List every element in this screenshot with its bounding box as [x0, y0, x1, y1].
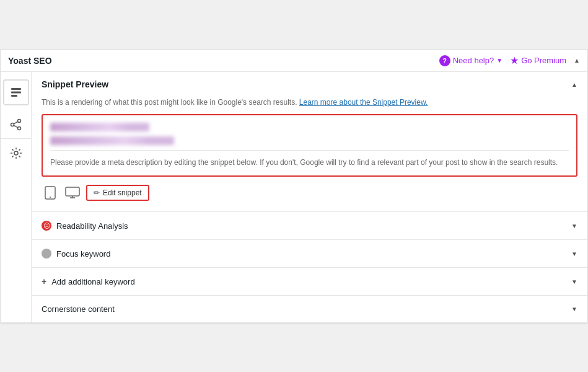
yoast-seo-panel: Yoast SEO ? Need help? ▼ ★ Go Premium ▲ — [0, 49, 588, 323]
main-content: Snippet Preview ▲ This is a rendering of… — [32, 72, 587, 322]
need-help-label: Need help? — [453, 56, 494, 65]
svg-rect-1 — [11, 92, 21, 94]
svg-point-10 — [50, 197, 51, 198]
svg-point-4 — [11, 123, 14, 126]
svg-line-6 — [14, 122, 18, 124]
add-keyword-label: Add additional keyword — [51, 277, 134, 286]
add-keyword-left: + Add additional keyword — [42, 277, 135, 286]
readability-status-icon: ☹ — [42, 221, 51, 231]
readability-arrow: ▼ — [571, 223, 577, 229]
cornerstone-section[interactable]: Cornerstone content ▼ — [32, 296, 587, 322]
settings-sidebar-icon[interactable] — [1, 139, 32, 167]
readability-label: Readability Analysis — [56, 221, 128, 231]
add-keyword-arrow: ▼ — [571, 278, 577, 285]
add-keyword-section[interactable]: + Add additional keyword ▼ — [32, 268, 587, 296]
go-premium-label: Go Premium — [521, 56, 566, 65]
snippet-preview-box: Please provide a meta description by edi… — [42, 114, 577, 177]
svg-line-7 — [14, 125, 18, 128]
focus-keyword-status-icon — [42, 249, 51, 259]
snippet-preview-section: Snippet Preview ▲ This is a rendering of… — [32, 72, 587, 212]
need-help-link[interactable]: ? Need help? ▼ — [439, 55, 502, 66]
svg-rect-11 — [66, 187, 79, 196]
edit-snippet-label: Edit snippet — [103, 188, 142, 197]
mobile-icon[interactable] — [42, 184, 59, 202]
share-sidebar-icon[interactable] — [1, 110, 32, 139]
edit-snippet-button[interactable]: ✏ Edit snippet — [86, 185, 149, 201]
svg-point-5 — [17, 126, 20, 130]
snippet-description: This is a rendering of what this post mi… — [42, 97, 577, 108]
cornerstone-label: Cornerstone content — [42, 304, 115, 314]
help-icon: ? — [439, 55, 450, 66]
snippet-preview-collapse-arrow[interactable]: ▲ — [571, 81, 577, 88]
cornerstone-left: Cornerstone content — [42, 304, 115, 314]
panel-header: Yoast SEO ? Need help? ▼ ★ Go Premium ▲ — [1, 50, 587, 72]
cornerstone-arrow: ▼ — [571, 306, 577, 312]
svg-point-8 — [14, 151, 18, 155]
svg-rect-0 — [11, 88, 21, 90]
blurred-url-line — [50, 136, 174, 145]
plus-icon: + — [42, 277, 46, 286]
snippet-preview-title: Snippet Preview — [42, 79, 108, 89]
panel-body: Snippet Preview ▲ This is a rendering of… — [1, 72, 587, 322]
snippet-preview-content: This is a rendering of what this post mi… — [32, 97, 587, 211]
go-premium-link[interactable]: ★ Go Premium — [510, 55, 566, 66]
header-right: ? Need help? ▼ ★ Go Premium ▲ — [439, 55, 580, 66]
meta-description-note: Please provide a meta description by edi… — [50, 150, 569, 168]
learn-more-link[interactable]: Learn more about the Snippet Preview. — [299, 98, 428, 107]
star-icon: ★ — [510, 55, 519, 66]
chevron-down-icon: ▼ — [496, 57, 502, 64]
focus-keyword-label: Focus keyword — [56, 249, 110, 259]
snippet-actions: ✏ Edit snippet — [42, 184, 577, 202]
sidebar — [1, 72, 32, 322]
readability-section[interactable]: ☹ Readability Analysis ▼ — [32, 212, 587, 240]
seo-sidebar-icon[interactable] — [3, 79, 29, 105]
focus-keyword-section[interactable]: Focus keyword ▼ — [32, 240, 587, 268]
panel-title: Yoast SEO — [8, 56, 52, 66]
snippet-preview-header: Snippet Preview ▲ — [32, 72, 587, 97]
focus-keyword-arrow: ▼ — [571, 250, 577, 257]
svg-point-3 — [17, 119, 20, 122]
pencil-icon: ✏ — [94, 188, 100, 197]
focus-keyword-left: Focus keyword — [42, 249, 110, 259]
readability-left: ☹ Readability Analysis — [42, 221, 128, 231]
panel-collapse-arrow[interactable]: ▲ — [574, 57, 580, 64]
desktop-icon[interactable] — [64, 184, 81, 202]
svg-rect-2 — [11, 95, 17, 97]
blurred-title-line — [50, 123, 149, 131]
